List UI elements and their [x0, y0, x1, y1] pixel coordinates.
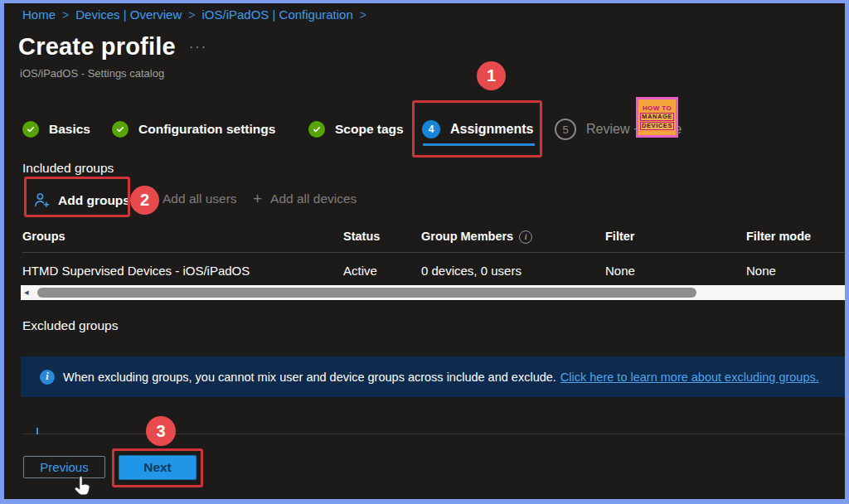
tab-configuration-settings[interactable]: Configuration settings [112, 119, 275, 139]
horizontal-scrollbar[interactable]: ◂ [21, 285, 845, 300]
add-groups-button[interactable]: Add groups [33, 191, 130, 209]
column-header-status: Status [343, 230, 380, 243]
page-title: Create profile [18, 33, 176, 61]
more-options-icon[interactable]: ··· [189, 40, 207, 55]
info-banner: i When excluding groups, you cannot mix … [21, 356, 845, 397]
tab-assignments[interactable]: 4 Assignments [422, 119, 533, 139]
cell-status: Active [343, 264, 377, 278]
previous-button[interactable]: Previous [23, 456, 105, 478]
tab-label: Basics [49, 122, 90, 137]
column-header-group-members: Group Membersi [421, 230, 532, 244]
column-header-groups: Groups [22, 230, 65, 243]
page-subtitle: iOS/iPadOS - Settings catalog [20, 67, 164, 80]
cell-filter-mode: None [746, 264, 776, 278]
annotation-step-2-badge: 2 [130, 186, 159, 215]
info-icon: i [40, 370, 55, 385]
banner-text: When excluding groups, you cannot mix us… [63, 371, 556, 384]
included-groups-heading: Included groups [22, 161, 114, 176]
logo-text: DEVICES [640, 122, 674, 130]
check-icon [22, 121, 39, 138]
excluding-groups-learn-more-link[interactable]: Click here to learn more about excluding… [560, 371, 819, 384]
check-icon [308, 121, 325, 138]
tab-scope-tags[interactable]: Scope tags [308, 119, 404, 139]
cell-group-name: HTMD Supervised Devices - iOS/iPadOS [22, 264, 250, 278]
cell-group-members: 0 devices, 0 users [421, 264, 522, 278]
tab-label: Configuration settings [138, 122, 275, 137]
plus-icon: + [253, 191, 262, 206]
step-number-icon: 4 [422, 120, 440, 138]
breadcrumb: Home>Devices | Overview>iOS/iPadOS | Con… [22, 7, 373, 22]
tab-label: Assignments [450, 122, 533, 137]
add-all-devices-button: + Add all devices [253, 191, 357, 206]
active-tab-underline [423, 143, 535, 146]
logo-text: MANAGE [640, 113, 674, 121]
cell-filter: None [605, 264, 635, 278]
step-number-icon: 5 [555, 119, 576, 140]
check-icon [112, 121, 129, 138]
add-all-devices-label: Add all devices [270, 191, 357, 206]
tab-label: Scope tags [335, 122, 404, 137]
annotation-step-3-badge: 3 [146, 416, 176, 446]
scroll-tick-mark [36, 428, 38, 434]
breadcrumb-separator: > [62, 8, 69, 22]
add-all-users-label: Add all users [163, 191, 237, 206]
excluded-groups-heading: Excluded groups [22, 318, 118, 333]
table-header-divider [22, 252, 844, 253]
logo-text: HOW TO [643, 104, 672, 112]
add-all-users-button: Add all users [163, 191, 237, 206]
scrollbar-thumb[interactable] [37, 288, 696, 298]
screenshot-frame: Home>Devices | Overview>iOS/iPadOS | Con… [0, 0, 849, 504]
annotation-step-1-badge: 1 [477, 61, 506, 90]
next-button[interactable]: Next [119, 455, 196, 480]
howtomanagedevices-logo: HOW TO MANAGE DEVICES [636, 97, 678, 138]
breadcrumb-separator: > [360, 8, 366, 22]
column-header-filter-mode: Filter mode [746, 230, 811, 243]
breadcrumb-separator: > [188, 8, 195, 22]
add-groups-label: Add groups [58, 193, 130, 208]
column-header-filter: Filter [605, 230, 634, 243]
breadcrumb-ios-configuration[interactable]: iOS/iPadOS | Configuration [201, 7, 352, 22]
scroll-left-arrow-icon[interactable]: ◂ [24, 287, 29, 298]
info-icon[interactable]: i [519, 230, 532, 244]
breadcrumb-devices-overview[interactable]: Devices | Overview [75, 7, 182, 22]
tab-basics[interactable]: Basics [22, 119, 90, 139]
person-add-icon [33, 191, 51, 209]
breadcrumb-home[interactable]: Home [22, 7, 56, 22]
